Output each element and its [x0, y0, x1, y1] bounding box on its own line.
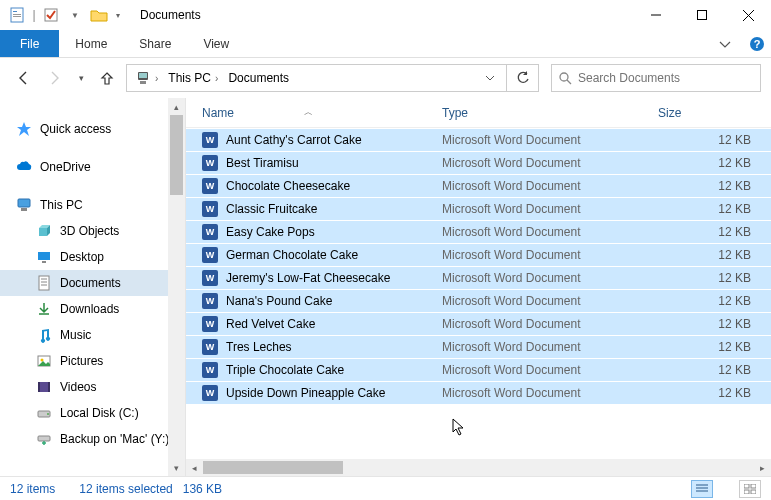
file-name: Red Velvet Cake: [226, 317, 315, 331]
scroll-left-icon[interactable]: ◂: [186, 463, 203, 473]
desktop-icon: [36, 249, 52, 265]
horizontal-scrollbar[interactable]: ◂ ▸: [186, 459, 771, 476]
qat-dropdown-2[interactable]: ▾: [112, 4, 124, 26]
word-doc-icon: [202, 132, 218, 148]
sidebar-onedrive[interactable]: OneDrive: [0, 154, 185, 180]
file-row[interactable]: Upside Down Pineapple CakeMicrosoft Word…: [186, 381, 771, 404]
sidebar-item-documents[interactable]: Documents: [0, 270, 185, 296]
sidebar-item-3d-objects[interactable]: 3D Objects: [0, 218, 185, 244]
details-view-button[interactable]: [691, 480, 713, 498]
maximize-button[interactable]: [679, 0, 725, 30]
word-doc-icon: [202, 316, 218, 332]
breadcrumb-documents[interactable]: Documents: [224, 65, 293, 91]
sidebar-this-pc[interactable]: This PC: [0, 192, 185, 218]
star-icon: [16, 121, 32, 137]
svg-point-27: [41, 359, 44, 362]
navigation-bar: ▾ › This PC› Documents: [0, 58, 771, 98]
scroll-up-icon[interactable]: ▴: [168, 98, 185, 115]
file-size: 12 KB: [654, 363, 771, 377]
tab-view[interactable]: View: [187, 30, 245, 57]
column-name[interactable]: Name︿: [186, 106, 438, 120]
file-size: 12 KB: [654, 202, 771, 216]
file-name: Upside Down Pineapple Cake: [226, 386, 385, 400]
file-size: 12 KB: [654, 225, 771, 239]
file-row[interactable]: Tres LechesMicrosoft Word Document12 KB: [186, 335, 771, 358]
recent-dropdown[interactable]: ▾: [74, 65, 88, 91]
sidebar-item-videos[interactable]: Videos: [0, 374, 185, 400]
svg-rect-39: [744, 490, 749, 494]
scrollbar-thumb[interactable]: [170, 115, 183, 195]
sidebar-item-downloads[interactable]: Downloads: [0, 296, 185, 322]
qat-dropdown[interactable]: ▼: [64, 4, 86, 26]
svg-rect-38: [751, 484, 756, 488]
window-title: Documents: [140, 8, 201, 22]
folder-icon[interactable]: [88, 4, 110, 26]
sidebar-item-pictures[interactable]: Pictures: [0, 348, 185, 374]
file-row[interactable]: Triple Chocolate CakeMicrosoft Word Docu…: [186, 358, 771, 381]
word-doc-icon: [202, 362, 218, 378]
scrollbar-thumb[interactable]: [203, 461, 343, 474]
file-type: Microsoft Word Document: [438, 363, 654, 377]
search-input[interactable]: [578, 71, 754, 85]
sidebar-item-desktop[interactable]: Desktop: [0, 244, 185, 270]
tab-file[interactable]: File: [0, 30, 59, 57]
breadcrumb-this-pc[interactable]: This PC›: [164, 65, 222, 91]
ribbon-expand-button[interactable]: [707, 30, 743, 57]
file-name: Triple Chocolate Cake: [226, 363, 344, 377]
word-doc-icon: [202, 155, 218, 171]
svg-rect-40: [751, 490, 756, 494]
help-button[interactable]: ?: [743, 30, 771, 57]
address-dropdown[interactable]: [478, 65, 502, 91]
sidebar-scrollbar[interactable]: ▴ ▾: [168, 98, 185, 476]
tab-share[interactable]: Share: [123, 30, 187, 57]
search-box[interactable]: [551, 64, 761, 92]
file-row[interactable]: Best TiramisuMicrosoft Word Document12 K…: [186, 151, 771, 174]
scroll-down-icon[interactable]: ▾: [168, 459, 185, 476]
file-row[interactable]: Nana's Pound CakeMicrosoft Word Document…: [186, 289, 771, 312]
word-doc-icon: [202, 293, 218, 309]
file-row[interactable]: Easy Cake PopsMicrosoft Word Document12 …: [186, 220, 771, 243]
file-row[interactable]: Aunt Cathy's Carrot CakeMicrosoft Word D…: [186, 128, 771, 151]
forward-button[interactable]: [42, 65, 68, 91]
file-size: 12 KB: [654, 271, 771, 285]
file-type: Microsoft Word Document: [438, 248, 654, 262]
sidebar-item-music[interactable]: Music: [0, 322, 185, 348]
file-size: 12 KB: [654, 294, 771, 308]
scroll-right-icon[interactable]: ▸: [754, 463, 771, 473]
file-row[interactable]: Red Velvet CakeMicrosoft Word Document12…: [186, 312, 771, 335]
breadcrumb-root-icon[interactable]: ›: [131, 65, 162, 91]
file-row[interactable]: Classic FruitcakeMicrosoft Word Document…: [186, 197, 771, 220]
address-bar[interactable]: › This PC› Documents: [126, 64, 507, 92]
file-type: Microsoft Word Document: [438, 133, 654, 147]
sidebar-quick-access[interactable]: Quick access: [0, 116, 185, 142]
svg-point-32: [47, 413, 49, 415]
sidebar-item-local-disk-c-[interactable]: Local Disk (C:): [0, 400, 185, 426]
file-row[interactable]: German Chocolate CakeMicrosoft Word Docu…: [186, 243, 771, 266]
svg-rect-12: [139, 73, 147, 78]
up-button[interactable]: [94, 65, 120, 91]
close-button[interactable]: [725, 0, 771, 30]
column-type[interactable]: Type: [438, 106, 654, 120]
column-headers: Name︿ Type Size: [186, 98, 771, 128]
refresh-button[interactable]: [507, 64, 539, 92]
svg-rect-20: [42, 261, 46, 263]
properties-icon[interactable]: [6, 4, 28, 26]
file-type: Microsoft Word Document: [438, 156, 654, 170]
status-selection-size: 136 KB: [183, 482, 222, 496]
tab-home[interactable]: Home: [59, 30, 123, 57]
pc-icon: [16, 197, 32, 213]
checkbox-icon[interactable]: [40, 4, 62, 26]
thumbnails-view-button[interactable]: [739, 480, 761, 498]
svg-rect-2: [13, 14, 21, 15]
file-type: Microsoft Word Document: [438, 386, 654, 400]
file-row[interactable]: Jeremy's Low-Fat CheesecakeMicrosoft Wor…: [186, 266, 771, 289]
back-button[interactable]: [10, 65, 36, 91]
sidebar-item-backup-on-mac-y-[interactable]: Backup on 'Mac' (Y:): [0, 426, 185, 452]
downloads-icon: [36, 301, 52, 317]
file-row[interactable]: Chocolate CheesecakeMicrosoft Word Docum…: [186, 174, 771, 197]
minimize-button[interactable]: [633, 0, 679, 30]
file-name: Aunt Cathy's Carrot Cake: [226, 133, 362, 147]
netdisk-icon: [36, 431, 52, 447]
column-size[interactable]: Size: [654, 106, 771, 120]
word-doc-icon: [202, 224, 218, 240]
